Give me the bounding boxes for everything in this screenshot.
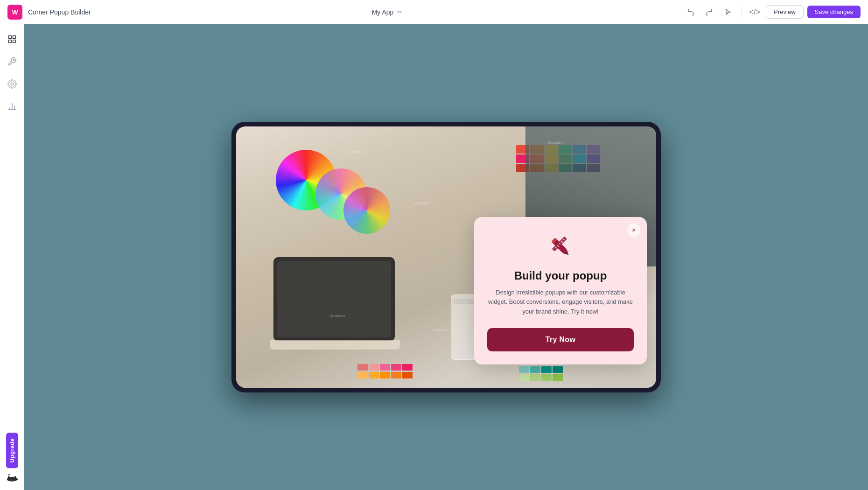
topbar: W Corner Popup Builder My App ✏ </> Prev…	[0, 0, 868, 24]
upgrade-button[interactable]: Upgrade	[6, 433, 18, 468]
svg-rect-3	[13, 40, 15, 43]
bottom-swatches	[357, 364, 413, 378]
code-button[interactable]: </>	[747, 5, 762, 20]
device-screen: Unsplash Unsplash Unsplash Unsplash+ Uns…	[236, 126, 656, 388]
device-frame: Unsplash Unsplash Unsplash Unsplash+ Uns…	[231, 122, 661, 392]
popup-title: Build your popup	[487, 269, 634, 282]
sidebar-item-settings[interactable]	[3, 75, 21, 93]
topbar-actions: </> Preview Save changes	[683, 5, 861, 20]
sidebar-bottom: Upgrade	[6, 433, 19, 484]
popup-description: Design irresistible popups with our cust…	[487, 288, 634, 317]
design-tools-icon	[546, 232, 575, 262]
svg-point-4	[11, 83, 13, 85]
redo-button[interactable]	[702, 5, 717, 20]
svg-point-14	[9, 479, 14, 481]
preview-button[interactable]: Preview	[766, 5, 803, 19]
save-changes-button[interactable]: Save changes	[807, 6, 861, 18]
svg-rect-0	[8, 36, 11, 39]
canvas-area: Unsplash Unsplash Unsplash Unsplash+ Uns…	[24, 24, 868, 490]
svg-rect-1	[13, 36, 15, 39]
edit-app-name-icon[interactable]: ✏	[397, 8, 402, 15]
popup-cta-button[interactable]: Try Now	[487, 328, 634, 351]
svg-point-13	[13, 476, 14, 477]
topbar-divider	[741, 7, 742, 18]
popup-close-button[interactable]: ×	[627, 224, 640, 237]
sidebar-item-grid[interactable]	[3, 30, 21, 49]
app-logo: W	[7, 5, 22, 20]
pointer-button[interactable]	[721, 5, 735, 20]
watermark-6: Unsplash	[432, 328, 448, 332]
popup-icon-area	[487, 232, 634, 262]
builder-title: Corner Popup Builder	[28, 8, 91, 16]
watermark-5: Unsplash	[329, 314, 345, 318]
drawing-tablet	[273, 257, 395, 341]
watermark-3: Unsplash	[413, 201, 429, 205]
sidebar: Upgrade	[0, 24, 24, 490]
color-wheel-3	[343, 187, 390, 234]
sidebar-item-analytics[interactable]	[3, 97, 21, 116]
dog-icon[interactable]	[6, 472, 19, 484]
svg-point-12	[9, 476, 11, 477]
topbar-center: My App ✏	[97, 8, 678, 16]
undo-button[interactable]	[683, 5, 698, 20]
popup-card: ×	[474, 217, 647, 364]
watermark-2: Unsplash	[547, 140, 563, 145]
tablet-base	[270, 340, 400, 350]
app-name: My App	[372, 8, 394, 16]
bottom-swatches-2	[519, 366, 563, 381]
main-layout: Upgrade	[0, 24, 868, 490]
svg-rect-2	[8, 40, 11, 43]
sidebar-item-tools[interactable]	[3, 52, 21, 71]
watermark-1: Unsplash	[348, 150, 364, 154]
